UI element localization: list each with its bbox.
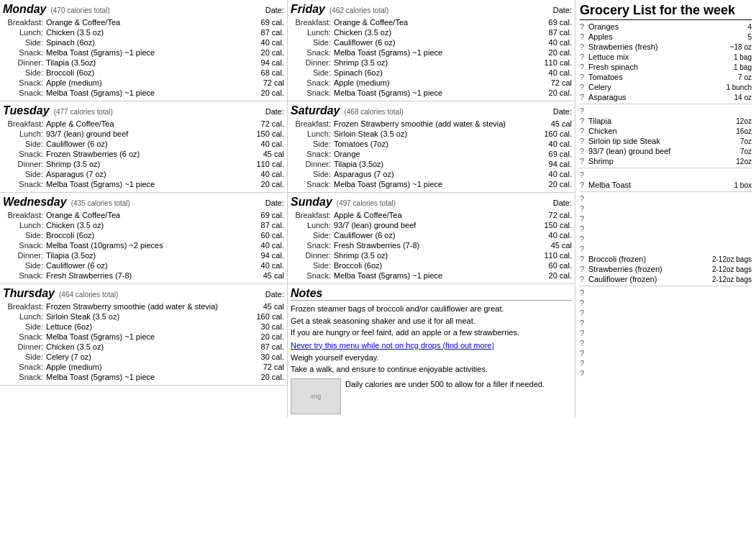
meal-cal: 69 cal. <box>532 18 572 27</box>
meal-label: Dinner: <box>3 160 46 168</box>
wednesday-section: Wednesday (435 calories total) Date: Bre… <box>0 193 287 284</box>
grocery-q: ? <box>580 275 588 283</box>
grocery-q: ? <box>580 63 588 71</box>
saturday-title: Saturday <box>291 104 340 117</box>
grocery-row: ?Strawberries (fresh)~18 oz <box>580 42 752 52</box>
meal-cal: 40 cal. <box>245 38 284 47</box>
meal-cal: 110 cal. <box>532 58 572 67</box>
grocery-item: Celery <box>588 83 712 91</box>
meal-label: Side: <box>3 231 46 240</box>
meal-desc: Orange & Coffee/Tea <box>334 18 532 27</box>
meal-cal: 72 cal <box>532 78 572 87</box>
meal-row: Side: Cauliflower (6 oz) 40 cal. <box>291 230 572 240</box>
friday-calories: (462 calories total) <box>329 6 388 14</box>
meal-cal: 40 cal. <box>245 261 284 270</box>
meal-cal: 20 cal. <box>245 48 284 57</box>
meal-label: Side: <box>3 352 46 361</box>
grocery-q: ? <box>580 147 588 155</box>
tuesday-title: Tuesday <box>3 104 50 117</box>
grocery-q: ? <box>580 137 588 145</box>
meal-desc: 93/7 (lean) ground beef <box>46 129 245 138</box>
grocery-qty: 12oz <box>712 117 752 125</box>
meal-desc: Melba Toast (5grams) ~1 piece <box>46 48 245 57</box>
mid-column: Friday (462 calories total) Date: Breakf… <box>288 0 575 417</box>
meal-label: Side: <box>3 261 46 270</box>
meal-cal: 160 cal. <box>532 129 572 138</box>
grocery-item: Melba Toast <box>588 181 712 189</box>
grocery-row: ?Celery1 bunch <box>580 82 752 92</box>
notes-link[interactable]: Never try this menu while not on hcg dro… <box>291 341 494 350</box>
grocery-item: Chicken <box>588 127 712 135</box>
grocery-separator <box>580 286 752 286</box>
meal-desc: Chicken (3.5 oz) <box>46 221 245 229</box>
monday-title: Monday <box>3 3 46 16</box>
meal-desc: Apple (medium) <box>46 78 245 87</box>
meal-desc: Broccoli (6oz) <box>46 231 245 240</box>
grocery-qty: 4 <box>712 23 752 31</box>
meal-label: Snack: <box>291 180 334 188</box>
meal-label: Snack: <box>291 78 334 87</box>
thursday-meals: Breakfast: Frozen Strawberry smoothie (a… <box>3 301 284 382</box>
grocery-row: ?Sirloin tip side Steak7oz <box>580 136 752 146</box>
grocery-row: ? <box>580 224 752 234</box>
grocery-row: ? <box>580 358 752 368</box>
meal-cal: 60 cal. <box>532 261 572 270</box>
meal-label: Dinner: <box>291 251 334 260</box>
meal-label: Breakfast: <box>291 211 334 219</box>
meal-desc: Sirloin Steak (3.5 oz) <box>46 312 245 321</box>
meal-cal: 72 cal <box>245 363 284 371</box>
grocery-qty: 1 bag <box>712 63 752 71</box>
meal-desc: Celery (7 oz) <box>46 352 245 361</box>
meal-label: Snack: <box>3 150 46 158</box>
monday-date: Date: <box>265 6 284 14</box>
grocery-q: ? <box>580 288 588 297</box>
grocery-qty: 16oz <box>712 127 752 135</box>
sunday-meals: Breakfast: Apple & Coffee/Tea 72 cal. Lu… <box>291 210 572 281</box>
meal-row: Side: Asparagus (7 oz) 40 cal. <box>291 169 572 179</box>
grocery-item: Shrimp <box>588 157 712 165</box>
meal-label: Side: <box>3 170 46 178</box>
meal-desc: Broccoli (6oz) <box>46 68 245 77</box>
meal-desc: Sirloin Steak (3.5 oz) <box>334 129 532 138</box>
meal-desc: Chicken (3.5 oz) <box>334 28 532 37</box>
notes-line: If you are hungry or feel faint, add an … <box>291 327 572 339</box>
meal-cal: 20 cal. <box>532 271 572 280</box>
saturday-date: Date: <box>553 107 572 116</box>
grocery-row: ?Fresh spinach1 bag <box>580 62 752 72</box>
meal-cal: 40 cal. <box>245 140 284 148</box>
meal-cal: 87 cal. <box>245 28 284 37</box>
meal-desc: Tomatoes (7oz) <box>334 140 532 148</box>
meal-label: Lunch: <box>291 221 334 229</box>
grocery-q: ? <box>580 22 588 31</box>
meal-desc: Asparagus (7 oz) <box>46 170 245 178</box>
grocery-item: Apples <box>588 32 712 41</box>
grocery-row: ?Tomatoes7 oz <box>580 72 752 82</box>
grocery-row: ? <box>580 348 752 358</box>
meal-cal: 30 cal. <box>245 352 284 361</box>
meal-cal: 160 cal. <box>245 312 284 321</box>
meal-label: Lunch: <box>3 221 46 229</box>
notes-line: Frozen steamer bags of broccoli and/or c… <box>291 303 572 315</box>
wednesday-meals: Breakfast: Orange & Coffee/Tea 69 cal. L… <box>3 210 284 281</box>
grocery-qty: 14 oz <box>712 94 752 101</box>
meal-desc: Frozen Strawberry smoothie (add water & … <box>46 302 245 311</box>
meal-row: Side: Tomatoes (7oz) 40 cal. <box>291 139 572 149</box>
meal-row: Snack: Fresh Strawberries (7-8) 45 cal <box>3 270 284 281</box>
meal-label: Snack: <box>3 373 46 381</box>
meal-label: Side: <box>291 140 334 148</box>
meal-label: Snack: <box>3 363 46 371</box>
meal-row: Snack: Melba Toast (5grams) ~1 piece 20 … <box>291 179 572 189</box>
grocery-item: Sirloin tip side Steak <box>588 137 712 145</box>
meal-cal: 150 cal. <box>245 129 284 138</box>
meal-label: Dinner: <box>3 58 46 67</box>
meal-row: Snack: Apple (medium) 72 cal <box>291 78 572 88</box>
grocery-q: ? <box>580 235 588 243</box>
grocery-item: Fresh spinach <box>588 63 712 71</box>
grocery-q: ? <box>580 214 588 223</box>
meal-label: Snack: <box>3 332 46 341</box>
grocery-row: ? <box>580 308 752 318</box>
meal-row: Snack: Fresh Strawberries (7-8) 45 cal <box>291 240 572 250</box>
grocery-row: ? <box>580 234 752 244</box>
meal-desc: Frozen Strawberry smoothie (add water & … <box>334 119 532 128</box>
grocery-q: ? <box>580 157 588 165</box>
